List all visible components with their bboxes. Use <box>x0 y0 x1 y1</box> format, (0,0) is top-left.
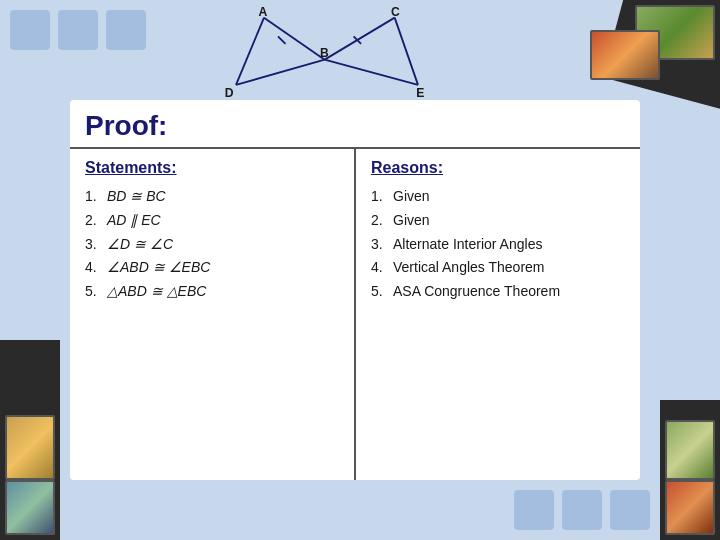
statement-4: 4. ∠ABD ≅ ∠EBC <box>85 256 339 280</box>
svg-text:B: B <box>320 46 329 60</box>
statement-3-text: ∠D ≅ ∠C <box>107 233 173 257</box>
statement-2-num: 2. <box>85 209 103 233</box>
svg-text:E: E <box>416 86 424 100</box>
deco-square-1 <box>10 10 50 50</box>
deco-square-br-2 <box>562 490 602 530</box>
reasons-list: 1. Given 2. Given 3. Alternate Interior … <box>371 185 625 304</box>
diagram-svg: A B C D E <box>180 5 460 105</box>
photo-thumbnail-br1 <box>665 420 715 480</box>
reason-2-text: Given <box>393 209 430 233</box>
svg-text:A: A <box>258 5 267 19</box>
photo-thumbnail-bl2 <box>5 480 55 535</box>
main-container: A B C D E Proof: Statements: 1. BD ≅ BC … <box>0 0 720 540</box>
statements-header: Statements: <box>85 159 339 177</box>
deco-square-2 <box>58 10 98 50</box>
reason-1-num: 1. <box>371 185 389 209</box>
reason-1-text: Given <box>393 185 430 209</box>
svg-line-4 <box>325 18 395 60</box>
content-area: Proof: Statements: 1. BD ≅ BC 2. AD ∥ EC… <box>70 100 640 480</box>
reason-4-num: 4. <box>371 256 389 280</box>
statement-4-num: 4. <box>85 256 103 280</box>
statements-column: Statements: 1. BD ≅ BC 2. AD ∥ EC 3. ∠D … <box>70 149 356 480</box>
statement-2: 2. AD ∥ EC <box>85 209 339 233</box>
proof-table: Statements: 1. BD ≅ BC 2. AD ∥ EC 3. ∠D … <box>70 147 640 480</box>
reason-4: 4. Vertical Angles Theorem <box>371 256 625 280</box>
deco-square-br-1 <box>514 490 554 530</box>
statement-1-text: BD ≅ BC <box>107 185 166 209</box>
reason-5-text: ASA Congruence Theorem <box>393 280 625 304</box>
svg-line-2 <box>236 60 325 85</box>
statement-1: 1. BD ≅ BC <box>85 185 339 209</box>
reason-2: 2. Given <box>371 209 625 233</box>
statement-3-num: 3. <box>85 233 103 257</box>
svg-line-0 <box>236 18 264 85</box>
statement-5: 5. △ABD ≅ △EBC <box>85 280 339 304</box>
proof-title: Proof: <box>70 100 640 147</box>
reason-2-num: 2. <box>371 209 389 233</box>
reason-4-text: Vertical Angles Theorem <box>393 256 625 280</box>
svg-text:C: C <box>391 5 400 19</box>
geometry-diagram: A B C D E <box>180 5 460 105</box>
statement-2-text: AD ∥ EC <box>107 209 161 233</box>
reasons-header: Reasons: <box>371 159 625 177</box>
statement-4-text: ∠ABD ≅ ∠EBC <box>107 256 210 280</box>
reason-5-num: 5. <box>371 280 389 304</box>
svg-line-6 <box>278 36 285 43</box>
deco-square-br-3 <box>610 490 650 530</box>
reason-3: 3. Alternate Interior Angles <box>371 233 625 257</box>
deco-squares-top-left <box>10 10 146 50</box>
svg-text:D: D <box>225 86 234 100</box>
photo-thumbnail-bl1 <box>5 415 55 480</box>
svg-line-1 <box>264 18 325 60</box>
statement-3: 3. ∠D ≅ ∠C <box>85 233 339 257</box>
svg-line-3 <box>395 18 418 85</box>
statement-5-num: 5. <box>85 280 103 304</box>
statement-5-text: △ABD ≅ △EBC <box>107 280 206 304</box>
reasons-column: Reasons: 1. Given 2. Given 3. Alternate … <box>356 149 640 480</box>
reason-3-text: Alternate Interior Angles <box>393 233 625 257</box>
statements-list: 1. BD ≅ BC 2. AD ∥ EC 3. ∠D ≅ ∠C 4. ∠ABD… <box>85 185 339 304</box>
deco-square-3 <box>106 10 146 50</box>
statement-1-num: 1. <box>85 185 103 209</box>
svg-line-5 <box>325 60 418 85</box>
deco-squares-bottom-right <box>514 490 650 530</box>
reason-1: 1. Given <box>371 185 625 209</box>
photo-thumbnail-br2 <box>665 480 715 535</box>
reason-3-num: 3. <box>371 233 389 257</box>
reason-5: 5. ASA Congruence Theorem <box>371 280 625 304</box>
photo-thumbnail-tr2 <box>590 30 660 80</box>
